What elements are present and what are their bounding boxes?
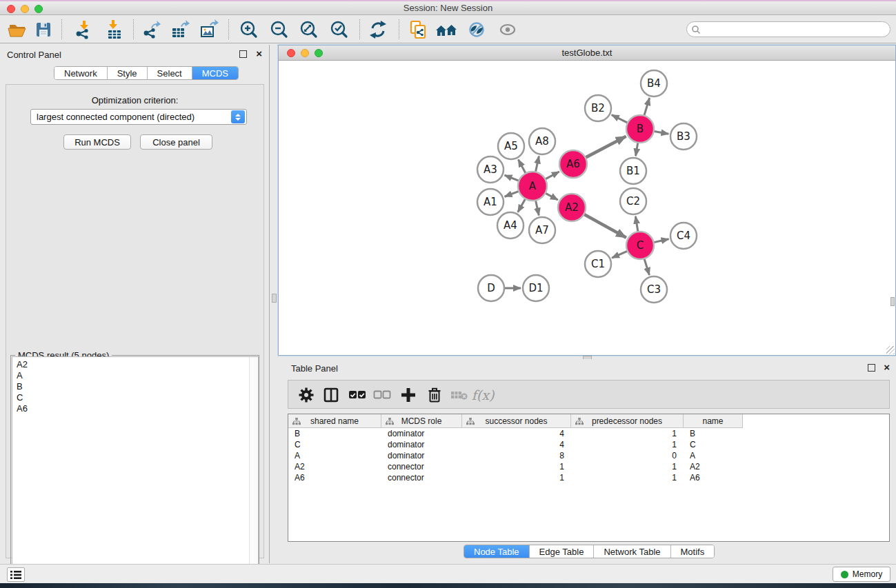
import-network-button[interactable]	[72, 18, 95, 41]
tab-network-table[interactable]: Network Table	[594, 545, 670, 558]
table-row[interactable]: Adominator80A	[288, 450, 889, 461]
graph-edge-A-A8[interactable]	[535, 156, 539, 174]
graph-node-label: B2	[591, 102, 605, 114]
export-image-button[interactable]	[197, 18, 221, 41]
close-panel-icon[interactable]: ×	[884, 361, 890, 374]
select-all-button[interactable]	[348, 385, 367, 405]
float-panel-icon[interactable]	[239, 50, 247, 58]
memory-button[interactable]: Memory	[833, 567, 890, 582]
fx-icon: f(x)	[472, 387, 495, 403]
close-window-icon[interactable]	[7, 5, 15, 13]
splitter-handle[interactable]	[890, 297, 895, 306]
table-row[interactable]: A2connector11A2	[288, 461, 889, 472]
zoom-window-icon[interactable]	[34, 5, 43, 13]
graph-edge-C-C2[interactable]	[635, 216, 638, 233]
hide-view-button[interactable]	[465, 18, 488, 41]
column-header-MCDS-role[interactable]: MCDS role	[381, 414, 462, 428]
tab-select[interactable]: Select	[148, 67, 192, 79]
table-row[interactable]: Bdominator41B	[288, 428, 889, 439]
open-folder-icon	[7, 19, 28, 40]
column-header-predecessor-nodes[interactable]: predecessor nodes	[571, 414, 684, 428]
export-table-button[interactable]	[168, 18, 192, 41]
tab-node-table[interactable]: Node Table	[464, 545, 530, 558]
zoom-in-button[interactable]	[237, 18, 261, 41]
graph-edge-B-B2[interactable]	[612, 115, 629, 123]
import-table-button[interactable]	[103, 18, 126, 41]
export-network-button[interactable]	[139, 18, 163, 41]
graph-edge-B-B1[interactable]	[636, 141, 639, 156]
tab-edge-table[interactable]: Edge Table	[530, 545, 595, 558]
delete-table-button[interactable]	[450, 385, 469, 405]
task-history-button[interactable]	[7, 567, 25, 582]
graph-edge-A-A2[interactable]	[544, 192, 558, 200]
table-row[interactable]: A6connector11A6	[288, 472, 889, 483]
graph-edge-A-A4[interactable]	[518, 198, 526, 212]
graph-edge-A-A5[interactable]	[518, 159, 526, 174]
scrollbar[interactable]	[249, 357, 258, 588]
zoom-window-icon[interactable]	[315, 49, 323, 57]
copy-network-icon	[408, 19, 428, 40]
open-session-button[interactable]	[6, 18, 29, 41]
table-row[interactable]: Cdominator41C	[288, 439, 889, 450]
column-header-shared-name[interactable]: shared name	[288, 414, 381, 428]
home-button[interactable]	[435, 18, 458, 41]
tab-mcds[interactable]: MCDS	[192, 67, 238, 79]
graph-edge-B-B3[interactable]	[653, 131, 669, 134]
delete-column-button[interactable]	[425, 385, 444, 405]
graph-edge-A-A6[interactable]	[544, 172, 559, 180]
network-canvas[interactable]: B4B2BB3B1A5A8A6A3AA1A2C2A4A7CC4C1C3DD1	[279, 61, 895, 355]
graph-edge-A2-C[interactable]	[583, 214, 626, 238]
minimize-window-icon[interactable]	[21, 5, 29, 13]
graph-node-label: A1	[484, 196, 497, 208]
mcds-result-item[interactable]: C	[12, 392, 258, 403]
graph-node-label: A5	[504, 140, 518, 152]
mcds-result-item[interactable]: A	[12, 370, 258, 381]
column-header-successor-nodes[interactable]: successor nodes	[462, 414, 571, 428]
window-titlebar[interactable]: Session: New Session	[0, 1, 896, 15]
save-session-button[interactable]	[32, 18, 55, 41]
mcds-result-item[interactable]: A2	[12, 359, 258, 370]
graph-edge-C-C3[interactable]	[644, 257, 649, 275]
create-column-button[interactable]	[399, 385, 418, 405]
toolbar-separator	[359, 19, 360, 39]
mcds-result-list[interactable]: A2ABCA6	[12, 356, 259, 588]
zoom-selected-button[interactable]	[328, 18, 351, 41]
tab-motifs[interactable]: Motifs	[671, 545, 715, 558]
graph-node-label: A8	[535, 135, 549, 148]
zoom-out-button[interactable]	[268, 18, 291, 41]
graph-edge-A-A3[interactable]	[504, 175, 520, 181]
tab-style[interactable]: Style	[108, 67, 148, 79]
optimization-criterion-select[interactable]: largest connected component (directed)	[30, 109, 247, 125]
graph-edge-C-C4[interactable]	[653, 239, 669, 243]
graph-edge-C-C1[interactable]	[612, 250, 628, 258]
show-view-button[interactable]	[496, 18, 519, 41]
resize-grip-icon[interactable]	[886, 346, 895, 354]
splitter-handle[interactable]	[272, 294, 277, 303]
float-panel-icon[interactable]	[868, 364, 875, 372]
run-mcds-button[interactable]: Run MCDS	[63, 134, 131, 150]
close-window-icon[interactable]	[287, 49, 295, 57]
column-header-label: name	[702, 416, 723, 426]
mcds-result-item[interactable]: A6	[12, 403, 258, 414]
refresh-button[interactable]	[366, 18, 390, 41]
function-builder-button[interactable]: f(x)	[473, 385, 492, 405]
close-panel-icon[interactable]: ×	[256, 48, 262, 60]
eye-icon	[497, 19, 518, 40]
table-settings-button[interactable]	[297, 385, 316, 405]
copy-network-button[interactable]	[406, 18, 430, 41]
graph-edge-A6-B[interactable]	[584, 136, 626, 159]
zoom-fit-button[interactable]	[297, 18, 321, 41]
mcds-result-item[interactable]: B	[12, 381, 258, 392]
minimize-window-icon[interactable]	[301, 49, 309, 57]
show-columns-button[interactable]	[321, 385, 341, 405]
column-header-name[interactable]: name	[684, 414, 743, 428]
network-window-titlebar[interactable]: testGlobe.txt	[279, 45, 895, 61]
graph-edge-A-A1[interactable]	[505, 191, 521, 197]
graph-edge-A-A7[interactable]	[535, 199, 539, 216]
search-field[interactable]	[686, 21, 890, 37]
close-panel-button[interactable]: Close panel	[140, 134, 212, 150]
search-input[interactable]	[701, 25, 873, 34]
tab-network[interactable]: Network	[54, 67, 108, 79]
graph-edge-B-B4[interactable]	[644, 98, 649, 117]
deselect-all-button[interactable]	[372, 385, 392, 405]
